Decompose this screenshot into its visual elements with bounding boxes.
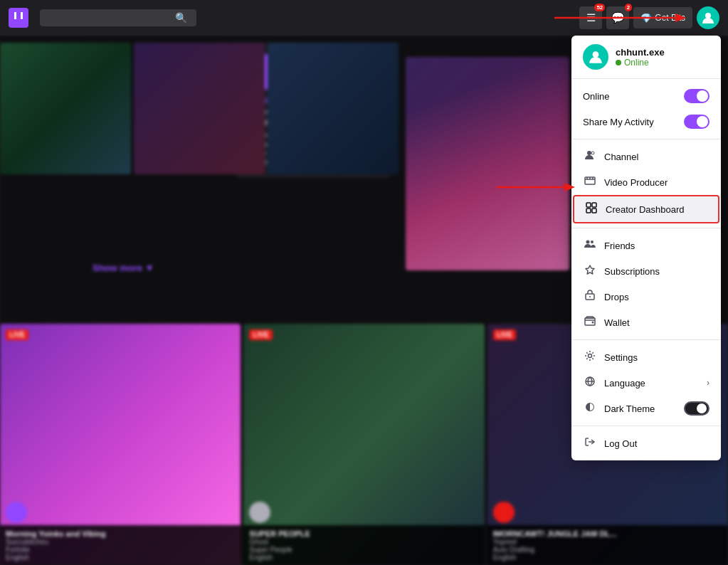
creator-dashboard-menu-item[interactable]: Creator Dashboard bbox=[573, 195, 719, 223]
stream-title-2: SUPER PEOPLE bbox=[249, 529, 478, 538]
language-chevron-icon: › bbox=[707, 378, 709, 388]
stream-lang-3: English bbox=[493, 554, 722, 561]
stream-thumb-2: LIVE SUPER PEOPLE Ghost Super People Eng… bbox=[243, 324, 484, 565]
search-input-main[interactable] bbox=[47, 13, 175, 23]
creator-dashboard-label: Creator Dashboard bbox=[606, 204, 685, 215]
video-producer-icon bbox=[583, 175, 597, 189]
status-label: Online bbox=[624, 58, 649, 68]
search-bar-main[interactable]: 🔍 bbox=[40, 9, 196, 26]
menu-user-info: chhunt.exe Online bbox=[616, 47, 665, 68]
live-badge-3: LIVE bbox=[493, 329, 516, 340]
online-toggle-item[interactable]: Online bbox=[571, 83, 721, 109]
video-producer-label: Video Producer bbox=[604, 177, 668, 188]
language-label: Language bbox=[604, 378, 645, 389]
friends-icon bbox=[583, 238, 597, 253]
menu-avatar-icon bbox=[588, 49, 603, 65]
language-menu-item[interactable]: Language › bbox=[571, 370, 721, 396]
search-icon-main: 🔍 bbox=[175, 12, 187, 23]
show-more-link[interactable]: Show more ▼ bbox=[93, 263, 154, 273]
social-section: Friends Subscriptions bbox=[571, 228, 721, 340]
svg-rect-17 bbox=[592, 203, 596, 207]
settings-section: Settings Language › bbox=[571, 340, 721, 426]
svg-point-21 bbox=[591, 241, 594, 243]
subscriptions-icon bbox=[583, 264, 597, 278]
logout-label: Log Out bbox=[604, 438, 637, 449]
share-activity-toggle[interactable] bbox=[684, 115, 709, 129]
menu-username: chhunt.exe bbox=[616, 47, 665, 58]
wallet-label: Wallet bbox=[604, 317, 630, 328]
channel-label: Channel bbox=[604, 152, 638, 162]
status-dot bbox=[616, 60, 621, 65]
video-producer-menu-item[interactable]: Video Producer bbox=[571, 169, 721, 195]
bell-icon: ☰ bbox=[586, 11, 596, 24]
stream-lang-1: English bbox=[6, 554, 235, 561]
settings-menu-item[interactable]: Settings bbox=[571, 344, 721, 370]
bits-icon: 💎 bbox=[640, 13, 652, 23]
chat-icon: 💬 bbox=[611, 11, 625, 24]
svg-point-27 bbox=[589, 354, 592, 358]
svg-rect-16 bbox=[586, 203, 591, 207]
stream-game-2: Super People bbox=[249, 546, 478, 554]
menu-user-avatar bbox=[583, 44, 608, 70]
stream-thumb-1: LIVE Morning Yoinks and Vibing Succubitc… bbox=[0, 324, 241, 565]
menu-header: chhunt.exe Online bbox=[571, 36, 721, 79]
live-badge-1: LIVE bbox=[6, 329, 28, 340]
svg-marker-22 bbox=[586, 265, 594, 274]
thumb-grid bbox=[0, 43, 399, 320]
svg-point-3 bbox=[705, 13, 711, 19]
channel-image bbox=[406, 57, 569, 270]
stream-title-3: IMORNCAWT! JUNGLE JAM DL... bbox=[493, 529, 722, 538]
wallet-menu-item[interactable]: Wallet bbox=[571, 310, 721, 335]
messages-badge: 2 bbox=[625, 4, 632, 11]
subscriptions-label: Subscriptions bbox=[604, 266, 660, 277]
messages-button[interactable]: 💬 2 bbox=[606, 6, 629, 29]
stream-channel-3: Yopreel bbox=[493, 538, 722, 546]
dark-theme-label: Dark Theme bbox=[604, 403, 655, 414]
svg-point-8 bbox=[593, 51, 599, 58]
user-dropdown-menu: chhunt.exe Online Online Share My Activi… bbox=[571, 36, 721, 460]
svg-rect-18 bbox=[586, 208, 591, 213]
stream-channel-1: Succubitchiru bbox=[6, 538, 235, 546]
notification-badge: 52 bbox=[594, 4, 605, 11]
settings-icon bbox=[583, 350, 597, 364]
online-toggle[interactable] bbox=[684, 89, 709, 103]
menu-status: Online bbox=[616, 58, 665, 68]
notifications-button[interactable]: ☰ 52 bbox=[579, 6, 602, 29]
svg-rect-0 bbox=[9, 8, 28, 28]
svg-rect-2 bbox=[21, 12, 23, 19]
settings-label: Settings bbox=[604, 352, 638, 363]
profile-avatar-icon bbox=[701, 11, 715, 25]
drops-menu-item[interactable]: Drops bbox=[571, 284, 721, 310]
svg-rect-19 bbox=[592, 208, 596, 213]
svg-point-20 bbox=[586, 241, 590, 244]
svg-point-10 bbox=[591, 152, 594, 154]
dark-theme-toggle[interactable] bbox=[684, 401, 709, 416]
wallet-icon bbox=[583, 315, 597, 329]
logout-section: Log Out bbox=[571, 426, 721, 460]
profile-button[interactable] bbox=[697, 6, 719, 29]
stream-lang-2: English bbox=[249, 554, 478, 561]
logout-menu-item[interactable]: Log Out bbox=[571, 431, 721, 456]
stream-game-3: Auto Drafting bbox=[493, 546, 722, 554]
channel-menu-item[interactable]: Channel bbox=[571, 144, 721, 169]
language-icon bbox=[583, 376, 597, 390]
drops-label: Drops bbox=[604, 292, 629, 302]
online-label: Online bbox=[583, 91, 610, 102]
get-bits-button[interactable]: 💎 Get Bits bbox=[633, 7, 692, 28]
thumbnail-2 bbox=[134, 43, 265, 174]
get-bits-label: Get Bits bbox=[655, 13, 685, 23]
twitch-logo-icon bbox=[9, 8, 28, 28]
svg-point-9 bbox=[587, 151, 591, 155]
stream-title-1: Morning Yoinks and Vibing bbox=[6, 529, 235, 538]
subscriptions-menu-item[interactable]: Subscriptions bbox=[571, 258, 721, 284]
stream-game-1: Fortnite bbox=[6, 546, 235, 554]
stream-channel-2: Ghost bbox=[249, 538, 478, 546]
dark-theme-menu-item[interactable]: Dark Theme bbox=[571, 396, 721, 421]
thumbnail-1 bbox=[0, 43, 131, 174]
thumbnail-3 bbox=[268, 43, 399, 174]
online-section: Online Share My Activity bbox=[571, 79, 721, 139]
live-badge-2: LIVE bbox=[249, 329, 272, 340]
share-activity-toggle-item[interactable]: Share My Activity bbox=[571, 109, 721, 134]
channel-icon bbox=[583, 149, 597, 164]
friends-menu-item[interactable]: Friends bbox=[571, 233, 721, 258]
